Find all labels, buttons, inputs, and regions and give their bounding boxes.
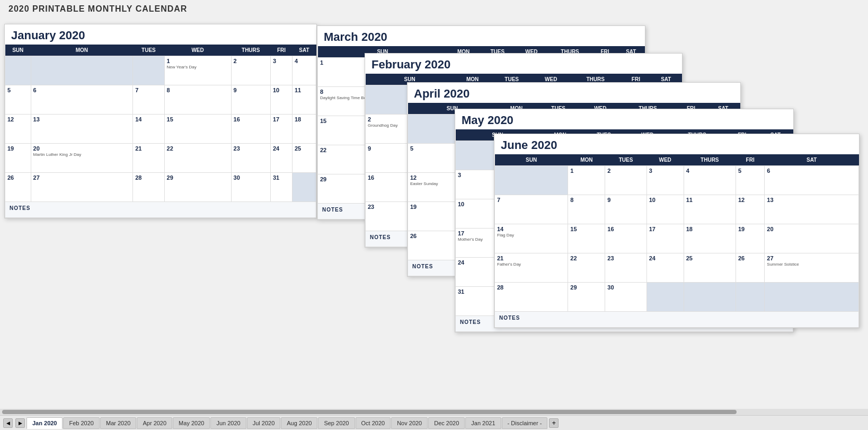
table-row: 21Father's Day — [495, 253, 568, 283]
table-row: 22 — [568, 253, 605, 283]
tab-aug-2020[interactable]: Aug 2020 — [281, 417, 317, 429]
table-row: 29 — [164, 173, 231, 202]
tab-jul-2020[interactable]: Jul 2020 — [247, 417, 281, 429]
tab-add-btn[interactable]: + — [549, 418, 559, 428]
june-title: June 2020 — [494, 134, 859, 154]
tab-apr-2020[interactable]: Apr 2020 — [137, 417, 172, 429]
table-row: 7 — [495, 195, 568, 224]
table-row: 13 — [765, 195, 859, 224]
notes-section: NOTES — [5, 202, 316, 218]
table-row — [495, 166, 568, 195]
table-row: 4 — [684, 166, 736, 195]
table-row: 15 — [164, 115, 231, 144]
table-row: 18 — [684, 224, 736, 253]
tab-dec-2020[interactable]: Dec 2020 — [428, 417, 465, 429]
tab-next-btn[interactable]: ▶ — [15, 418, 25, 428]
col-tues: TUES — [133, 45, 164, 56]
col-sun: SUN — [495, 154, 568, 166]
tab-jan-2021[interactable]: Jan 2021 — [465, 417, 501, 429]
table-row: 25 — [684, 253, 736, 283]
table-row: 5 — [5, 85, 31, 115]
table-row: 9 — [231, 85, 270, 115]
table-row: 2 — [605, 166, 646, 195]
table-row — [133, 56, 164, 85]
table-row: 19 — [736, 224, 764, 253]
table-row: 14Flag Day — [495, 224, 568, 253]
table-row: 7 — [133, 85, 164, 115]
february-title: February 2020 — [365, 54, 682, 74]
table-row: 9 — [605, 195, 646, 224]
table-row: 4 — [292, 56, 316, 85]
table-row: 18 — [292, 115, 316, 144]
table-row: 1New Year's Day — [164, 56, 231, 85]
col-mon: MON — [31, 45, 133, 56]
table-row: 15 — [568, 224, 605, 253]
table-row: 24 — [646, 253, 684, 283]
table-row: 14 — [133, 115, 164, 144]
table-row — [684, 283, 736, 312]
col-thurs: THURS — [231, 45, 270, 56]
col-fri: FRI — [736, 154, 764, 166]
table-row: 24 — [270, 144, 292, 173]
table-row: 3 — [270, 56, 292, 85]
table-row: 27Summer Solstice — [765, 253, 859, 283]
table-row: 23 — [231, 144, 270, 173]
table-row: 17 — [646, 224, 684, 253]
table-row: 30 — [605, 283, 646, 312]
may-title: May 2020 — [455, 109, 793, 129]
table-row: 1 — [568, 166, 605, 195]
table-row: 11 — [292, 85, 316, 115]
scrollbar[interactable] — [0, 409, 868, 415]
tab-feb-2020[interactable]: Feb 2020 — [63, 417, 99, 429]
table-row: 20Martin Luther King Jr Day — [31, 144, 133, 173]
tab-sep-2020[interactable]: Sep 2020 — [318, 417, 355, 429]
tab-nov-2020[interactable]: Nov 2020 — [391, 417, 428, 429]
table-row: 16 — [231, 115, 270, 144]
col-sat: SAT — [292, 45, 316, 56]
tab-jun-2020[interactable]: Jun 2020 — [210, 417, 246, 429]
table-row: 8 — [164, 85, 231, 115]
col-tues: TUES — [605, 154, 646, 166]
tab-disclaimer[interactable]: - Disclaimer - — [502, 417, 548, 429]
table-row: 26 — [736, 253, 764, 283]
table-row: 30 — [231, 173, 270, 202]
page-title: 2020 PRINTABLE MONTHLY CALENDAR — [0, 0, 868, 16]
table-row: 29 — [568, 283, 605, 312]
col-thurs: THURS — [684, 154, 736, 166]
calendar-january: January 2020 SUN MON TUES WED THURS FRI … — [4, 24, 317, 218]
calendar-june: June 2020 SUN MON TUES WED THURS FRI SAT… — [494, 134, 860, 328]
tab-oct-2020[interactable]: Oct 2020 — [356, 417, 391, 429]
table-row: 26 — [5, 173, 31, 202]
march-title: March 2020 — [317, 26, 645, 46]
table-row: 11 — [684, 195, 736, 224]
table-row: 25 — [292, 144, 316, 173]
june-table: SUN MON TUES WED THURS FRI SAT 1 2 3 4 5 — [494, 154, 859, 328]
table-row: 20 — [765, 224, 859, 253]
col-wed: WED — [646, 154, 684, 166]
tab-jan-2020[interactable]: Jan 2020 — [26, 417, 63, 429]
table-row — [646, 283, 684, 312]
col-fri: FRI — [270, 45, 292, 56]
scrollbar-track[interactable] — [2, 410, 866, 414]
tab-prev-btn[interactable]: ◀ — [3, 418, 13, 428]
tab-mar-2020[interactable]: Mar 2020 — [100, 417, 136, 429]
january-title: January 2020 — [5, 24, 316, 45]
table-row: 17 — [270, 115, 292, 144]
april-title: April 2020 — [408, 83, 740, 103]
col-mon: MON — [568, 154, 605, 166]
col-wed: WED — [164, 45, 231, 56]
scrollbar-thumb[interactable] — [2, 410, 737, 414]
table-row: 5 — [736, 166, 764, 195]
table-row — [765, 283, 859, 312]
tab-may-2020[interactable]: May 2020 — [173, 417, 210, 429]
table-row: 21 — [133, 144, 164, 173]
table-row: 22 — [164, 144, 231, 173]
table-row: 6 — [31, 85, 133, 115]
col-sun: SUN — [5, 45, 31, 56]
january-table: SUN MON TUES WED THURS FRI SAT 1New Year… — [5, 45, 316, 218]
table-row: 28 — [133, 173, 164, 202]
table-row: 2 — [231, 56, 270, 85]
table-row: 12 — [5, 115, 31, 144]
table-row: 31 — [270, 173, 292, 202]
table-row: 8 — [568, 195, 605, 224]
